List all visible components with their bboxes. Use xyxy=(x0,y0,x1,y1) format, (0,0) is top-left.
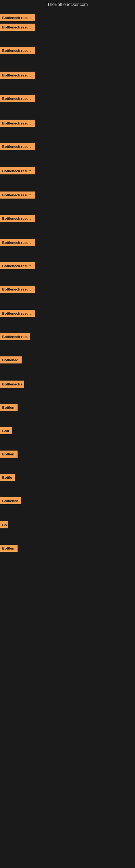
bottleneck-result-bar: Bottleneck result xyxy=(0,120,35,127)
bottleneck-result-bar: Bottleneck result xyxy=(0,215,35,222)
bottleneck-result-bar: Bottleneck r xyxy=(0,380,24,388)
bottleneck-result-bar: Bottleneck result xyxy=(0,72,35,79)
bottleneck-result-bar: Bott xyxy=(0,427,12,434)
bottleneck-result-bar: Bottlenec xyxy=(0,497,21,504)
site-title: TheBottlenecker.com xyxy=(0,0,135,8)
bottleneck-result-bar: Bottlen xyxy=(0,404,17,411)
bottleneck-result-bar: Bottlen xyxy=(0,451,17,458)
bottleneck-result-bar: Bottleneck result xyxy=(0,167,35,175)
bottleneck-result-bar: Bottleneck result xyxy=(0,333,30,340)
bottleneck-result-bar: Bottle xyxy=(0,474,15,481)
bottleneck-result-bar: Bottlenec xyxy=(0,356,21,364)
bottleneck-result-bar: Bottlen xyxy=(0,545,17,552)
bottleneck-result-bar: Bottleneck result xyxy=(0,191,35,198)
bottleneck-result-bar: Bottleneck result xyxy=(0,24,35,31)
bottleneck-result-bar: Bottleneck result xyxy=(0,95,35,102)
bottleneck-result-bar: Bottleneck result xyxy=(0,47,35,54)
bottleneck-result-bar: Bottleneck result xyxy=(0,262,35,269)
bottleneck-result-bar: Bottleneck result xyxy=(0,14,35,21)
bottleneck-result-bar: Bottleneck result xyxy=(0,310,35,317)
bottleneck-result-bar: Bottleneck result xyxy=(0,286,35,293)
bottleneck-result-bar: Bottleneck result xyxy=(0,143,35,150)
bottleneck-result-bar: Bottleneck result xyxy=(0,239,35,246)
bottleneck-result-bar: Bo xyxy=(0,521,8,528)
